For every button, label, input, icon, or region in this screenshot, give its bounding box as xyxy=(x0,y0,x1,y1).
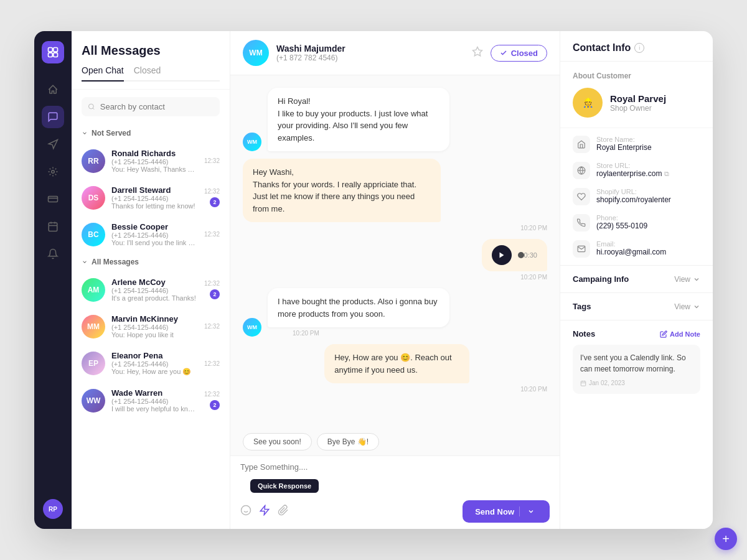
panel-title: All Messages xyxy=(82,44,220,58)
contact-item-bessie[interactable]: BC Bessie Cooper (+1 254-125-4446) You: … xyxy=(72,216,230,253)
home-nav-icon[interactable] xyxy=(42,78,64,101)
note-date: Jan 02, 2023 xyxy=(580,380,693,386)
chevron-down-icon xyxy=(693,303,700,310)
card-nav-icon[interactable] xyxy=(42,188,64,210)
store-icon xyxy=(573,136,590,153)
not-served-section-header: Not Served xyxy=(72,124,230,142)
quick-response-tag[interactable]: Quick Response xyxy=(250,479,319,493)
lightning-icon[interactable] xyxy=(259,505,270,518)
sidebar-logo[interactable] xyxy=(42,41,64,63)
message-input-row xyxy=(230,456,560,478)
notes-title: Notes xyxy=(573,329,595,338)
avatar: RR xyxy=(82,149,105,173)
tab-open-chat[interactable]: Open Chat xyxy=(82,65,124,82)
phone-icon xyxy=(573,214,590,231)
avatar: AM xyxy=(82,278,105,302)
svg-point-15 xyxy=(242,506,251,515)
calendar-nav-icon[interactable] xyxy=(42,215,64,238)
input-area: Quick Response xyxy=(230,455,560,529)
right-panel: Contact Info i About Customer 👷 Royal Pa… xyxy=(560,31,713,529)
avatar: EP xyxy=(82,352,105,375)
attach-icon[interactable] xyxy=(278,505,289,518)
avatar: WW xyxy=(82,389,105,413)
svg-rect-3 xyxy=(54,53,58,57)
tags-section: Tags View xyxy=(560,293,713,320)
sidebar: RP xyxy=(34,31,72,529)
search-icon xyxy=(88,103,95,111)
star-icon[interactable] xyxy=(472,46,483,60)
tab-closed[interactable]: Closed xyxy=(134,65,161,82)
svg-rect-0 xyxy=(49,48,53,52)
campaign-view-button[interactable]: View xyxy=(674,275,700,284)
svg-point-4 xyxy=(52,170,55,174)
avatar: BC xyxy=(82,223,105,246)
search-box[interactable] xyxy=(82,97,220,116)
message-row: Hey, How are you 😊. Reach out anytime if… xyxy=(243,344,547,393)
svg-rect-1 xyxy=(54,48,58,52)
message-avatar: WM xyxy=(243,318,261,337)
add-note-button[interactable]: Add Note xyxy=(660,330,700,338)
megaphone-nav-icon[interactable] xyxy=(42,133,64,156)
phone-row: Phone: (229) 555-0109 xyxy=(573,214,700,231)
info-icon[interactable]: i xyxy=(634,43,644,53)
svg-marker-13 xyxy=(472,47,482,56)
svg-line-12 xyxy=(93,108,94,110)
contact-item-ronald[interactable]: RR Ronald Richards (+1 254-125-4446) You… xyxy=(72,142,230,179)
contact-item-marvin[interactable]: MM Marvin McKinney (+1 254-125-4446) You… xyxy=(72,308,230,345)
chat-nav-icon[interactable] xyxy=(42,106,64,128)
email-icon xyxy=(573,240,590,258)
network-nav-icon[interactable] xyxy=(42,161,64,183)
message-time: 10:20 PM xyxy=(243,225,547,231)
note-card: I've sent you a Calendly link. So can me… xyxy=(573,345,700,394)
message-bubble: Hey Washi,Thanks for your words. I reall… xyxy=(243,159,441,222)
store-url-row: Store URL: roylaenterprise.com ⧉ xyxy=(573,162,700,179)
quick-reply-button-1[interactable]: See you soon! xyxy=(243,433,312,450)
emoji-icon[interactable] xyxy=(240,505,251,518)
contact-item-eleanor[interactable]: EP Eleanor Pena (+1 254-125-4446) You: H… xyxy=(72,345,230,382)
send-dropdown-icon[interactable] xyxy=(525,508,537,515)
tags-view-button[interactable]: View xyxy=(674,302,700,311)
svg-marker-18 xyxy=(260,506,269,515)
audio-message: 0:30 xyxy=(482,239,547,271)
message-bubble: I have bought the products. Also i gonna… xyxy=(268,288,449,327)
contacts-header: All Messages Open Chat Closed xyxy=(72,31,230,90)
customer-role: Shop Owner xyxy=(610,104,666,113)
message-time: 10:20 PM xyxy=(324,386,547,393)
play-button[interactable] xyxy=(492,245,512,265)
customer-avatar: 👷 xyxy=(573,88,603,118)
contacts-list: Not Served RR Ronald Richards (+1 254-12… xyxy=(72,124,230,529)
audio-duration: 0:30 xyxy=(524,251,537,259)
message-avatar: WM xyxy=(243,133,261,151)
chevron-down-icon xyxy=(82,259,88,265)
contact-item-darrell[interactable]: DS Darrell Steward (+1 254-125-4446) Tha… xyxy=(72,179,230,216)
bell-nav-icon[interactable] xyxy=(42,243,64,265)
chat-header: WM Washi Majumder (+1 872 782 4546) Clos… xyxy=(230,31,560,75)
svg-rect-5 xyxy=(49,197,58,202)
search-input[interactable] xyxy=(100,102,214,111)
all-messages-section-header: All Messages xyxy=(72,253,230,271)
quick-reply-button-2[interactable]: Bye Bye 👋! xyxy=(317,433,379,450)
svg-point-11 xyxy=(88,104,93,109)
user-avatar[interactable]: RP xyxy=(43,499,63,519)
messages-area: WM Hi Royal!I like to buy your products.… xyxy=(230,75,560,428)
message-bubble: Hi Royal!I like to buy your products. I … xyxy=(268,88,449,151)
message-time: 10:20 PM xyxy=(482,274,547,281)
closed-status-badge[interactable]: Closed xyxy=(491,45,547,62)
send-button[interactable]: Send Now xyxy=(463,500,550,523)
svg-rect-2 xyxy=(49,53,53,57)
contact-details: Store Name: Royal Enterprise Store URL: xyxy=(560,128,713,266)
chat-panel: WM Washi Majumder (+1 872 782 4546) Clos… xyxy=(230,31,560,529)
chat-user-name: Washi Majumder xyxy=(276,44,464,54)
store-name-row: Store Name: Royal Enterprise xyxy=(573,136,700,153)
calendar-icon xyxy=(580,380,586,386)
contact-item-wade[interactable]: WW Wade Warren (+1 254-125-4446) I will … xyxy=(72,382,230,419)
contact-item-arlene[interactable]: AM Arlene McCoy (+1 254-125-4446) It's a… xyxy=(72,271,230,308)
edit-icon xyxy=(660,330,667,338)
contacts-panel: All Messages Open Chat Closed Not Served… xyxy=(72,31,230,529)
message-row: WM I have bought the products. Also i go… xyxy=(243,288,547,337)
chat-user-phone: (+1 872 782 4546) xyxy=(276,54,464,62)
svg-rect-21 xyxy=(581,381,586,386)
copy-url-icon[interactable]: ⧉ xyxy=(664,170,669,178)
campaign-info-section: Campaing Info View xyxy=(560,266,713,293)
message-input[interactable] xyxy=(240,462,550,472)
